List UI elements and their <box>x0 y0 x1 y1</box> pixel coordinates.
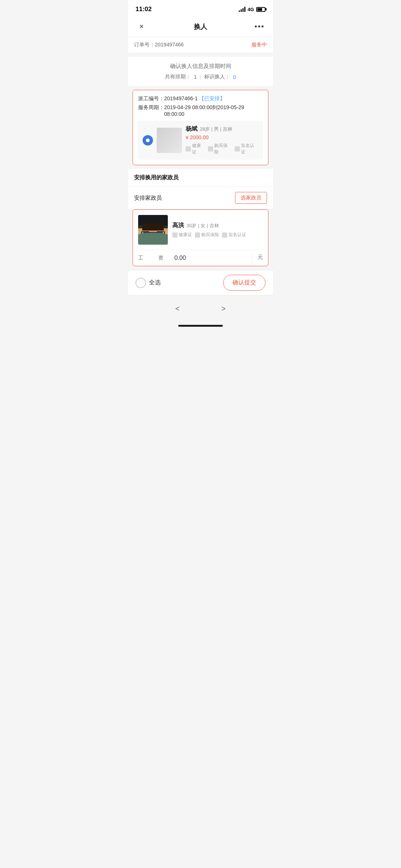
work-order-card: 派工编号： 2019497466-1 【已安排】 服务周期： 2019-04-2… <box>133 90 268 165</box>
select-worker-button[interactable]: 选家政员 <box>235 192 267 204</box>
tag-health: 健康证 <box>186 143 205 155</box>
select-all-checkbox[interactable] <box>136 278 146 288</box>
back-arrow-button[interactable]: < <box>169 301 186 316</box>
worker-card[interactable]: 杨斌 28岁 | 男 | 吉林 ¥ 2000.00 健康证 <box>138 121 263 160</box>
worker-salary: ¥ 2000.00 <box>186 134 258 140</box>
confirm-submit-button[interactable]: 确认提交 <box>223 275 265 291</box>
status-time: 11:02 <box>136 6 151 13</box>
dispatch-row: 派工编号： 2019497466-1 【已安排】 <box>138 95 263 102</box>
order-header: 订单号：2019497466 服务中 <box>128 37 273 53</box>
dispatch-value: 2019497466-1 【已安排】 <box>164 95 263 102</box>
worker-name-row: 杨斌 28岁 | 男 | 吉林 <box>186 125 258 133</box>
worker-tags: 健康证 购买保险 实名认证 <box>186 143 258 155</box>
worker-info: 杨斌 28岁 | 男 | 吉林 ¥ 2000.00 健康证 <box>186 125 258 155</box>
worker-avatar <box>157 128 182 153</box>
info-card-title: 确认换人信息及排期时间 <box>134 63 267 70</box>
close-button[interactable]: × <box>136 21 147 33</box>
bottom-bar: 全选 确认提交 <box>128 270 273 295</box>
dispatch-label: 派工编号： <box>138 95 164 102</box>
status-bar: 11:02 4G <box>128 0 273 16</box>
nav-bar: × 换人 ••• <box>128 16 273 37</box>
info-card: 确认换人信息及排期时间 共有排期： 1 | 标识换人： 0 <box>128 57 273 86</box>
new-worker-tags: 健康证 购买保险 实名认证 <box>172 232 263 238</box>
dispatch-tag: 【已安排】 <box>199 95 225 101</box>
page-title: 换人 <box>194 22 207 31</box>
period-value: 2019-04-29 08:00:00到2019-05-29 08:00:00 <box>164 104 263 117</box>
forward-arrow-button[interactable]: > <box>215 301 232 316</box>
status-icons: 4G <box>239 7 265 12</box>
salary-row: 工 资 0.00 元 <box>133 250 268 266</box>
arrange-bar: 安排家政员 选家政员 <box>128 187 273 209</box>
more-button[interactable]: ••• <box>254 22 265 31</box>
radio-selected[interactable] <box>143 135 153 146</box>
battery-icon <box>256 7 265 12</box>
new-worker-name-row: 高洪 30岁 | 女 | 吉林 <box>172 222 263 229</box>
new-worker-name: 高洪 <box>172 222 184 229</box>
schedule-count: 1 <box>194 74 197 80</box>
new-tag-insurance: 购买保险 <box>195 232 219 238</box>
select-all-row[interactable]: 全选 <box>136 278 161 288</box>
worker-name: 杨斌 <box>186 125 198 133</box>
new-worker-avatar <box>138 215 168 245</box>
stat-divider: | <box>200 74 201 80</box>
order-status: 服务中 <box>251 42 267 48</box>
home-bar <box>178 325 223 327</box>
arrange-label: 安排家政员 <box>134 195 162 202</box>
salary-value: 0.00 <box>175 255 247 261</box>
new-tag-realname: 实名认证 <box>222 232 246 238</box>
arrange-section-title: 安排换用的家政员 <box>128 169 273 187</box>
order-number: 订单号：2019497466 <box>134 42 184 48</box>
new-tag-health: 健康证 <box>172 232 192 238</box>
salary-left: 工 资 0.00 <box>133 250 252 266</box>
salary-unit: 元 <box>252 250 268 266</box>
home-indicator <box>128 322 273 333</box>
mark-count: 0 <box>233 74 236 80</box>
select-all-label: 全选 <box>149 279 161 287</box>
new-worker-meta: 30岁 | 女 | 吉林 <box>186 222 219 229</box>
signal-icon <box>239 7 245 12</box>
new-worker-card: 高洪 30岁 | 女 | 吉林 健康证 购买保险 <box>133 209 268 266</box>
mark-label: 标识换人： <box>204 74 230 80</box>
tag-realname: 实名认证 <box>235 143 258 155</box>
tag-insurance: 购买保险 <box>208 143 232 155</box>
period-label: 服务周期： <box>138 104 164 111</box>
new-worker-info: 高洪 30岁 | 女 | 吉林 健康证 购买保险 <box>172 222 263 238</box>
worker-meta: 28岁 | 男 | 吉林 <box>200 126 232 133</box>
info-card-stats: 共有排期： 1 | 标识换人： 0 <box>134 74 267 80</box>
schedule-label: 共有排期： <box>165 74 191 80</box>
period-row: 服务周期： 2019-04-29 08:00:00到2019-05-29 08:… <box>138 104 263 117</box>
new-worker-top: 高洪 30岁 | 女 | 吉林 健康证 购买保险 <box>133 210 268 250</box>
salary-label: 工 资 <box>138 255 175 261</box>
network-label: 4G <box>248 7 254 12</box>
nav-arrows: < > <box>128 295 273 322</box>
